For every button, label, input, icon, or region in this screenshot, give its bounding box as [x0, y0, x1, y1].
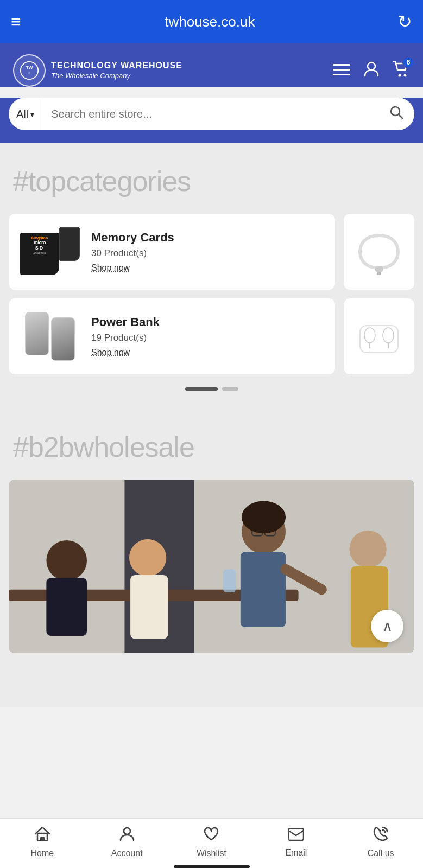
svg-text:®: ® — [28, 72, 30, 75]
power-bank-name: Power Bank — [91, 315, 326, 329]
logo-area[interactable]: TW ® TECHNOLOGY WAREHOUSE The Wholesale … — [13, 54, 182, 87]
browser-url: twhouse.co.uk — [165, 14, 255, 30]
power-bank-info: Power Bank 19 Product(s) Shop now — [91, 315, 326, 358]
search-button[interactable] — [378, 105, 414, 123]
svg-rect-5 — [333, 74, 350, 75]
category-column-right-partial — [344, 214, 414, 374]
svg-rect-11 — [375, 266, 383, 272]
b2b-heading: #b2bwholesale — [0, 420, 423, 480]
top-categories-heading: #topcategories — [0, 143, 423, 214]
svg-rect-26 — [241, 552, 286, 627]
scroll-to-top-button[interactable]: ∧ — [371, 610, 403, 642]
svg-point-16 — [383, 328, 394, 343]
power-bank-image — [17, 309, 83, 363]
store-header: TW ® TECHNOLOGY WAREHOUSE The Wholesale … — [0, 43, 423, 87]
svg-point-0 — [21, 62, 38, 79]
svg-rect-22 — [46, 578, 87, 636]
svg-text:TW: TW — [26, 65, 33, 70]
svg-point-8 — [404, 74, 407, 76]
browser-refresh-icon[interactable]: ↻ — [397, 11, 412, 32]
svg-rect-3 — [333, 64, 350, 66]
partial-card-earbuds[interactable] — [344, 298, 414, 374]
scroll-indicator — [0, 374, 423, 404]
partial-card-cable[interactable] — [344, 214, 414, 290]
b2b-image-wrapper: ∧ — [0, 480, 423, 653]
scroll-dot-1 — [185, 387, 218, 391]
svg-rect-24 — [130, 575, 168, 639]
browser-bar: ≡ twhouse.co.uk ↻ — [0, 0, 423, 43]
menu-icon[interactable] — [333, 61, 350, 80]
memory-cards-shop-link[interactable]: Shop now — [91, 263, 326, 273]
memory-cards-count: 30 Product(s) — [91, 248, 326, 259]
svg-point-23 — [129, 539, 166, 576]
cart-icon[interactable]: 6 — [393, 61, 410, 81]
scroll-dot-2 — [222, 387, 238, 391]
category-column-left: Kingston micro SD ADAPTER Memory Cards 3… — [9, 214, 335, 374]
search-filter-dropdown[interactable]: All ▾ — [9, 98, 42, 130]
svg-rect-4 — [333, 69, 350, 71]
search-bar: All ▾ — [9, 98, 414, 130]
b2b-section: #b2bwholesale — [0, 404, 423, 653]
memory-card-image: Kingston micro SD ADAPTER — [17, 225, 83, 279]
power-bank-count: 19 Product(s) — [91, 333, 326, 343]
logo-text: TECHNOLOGY WAREHOUSE The Wholesale Compa… — [51, 60, 182, 81]
svg-line-10 — [399, 114, 403, 119]
b2b-image — [9, 480, 414, 653]
search-filter-label: All — [16, 108, 28, 120]
cart-badge: 6 — [402, 56, 414, 68]
svg-point-30 — [242, 501, 286, 533]
svg-point-6 — [368, 62, 375, 70]
main-content: #topcategories Kingston micro SD ADAPTER — [0, 143, 423, 707]
memory-cards-name: Memory Cards — [91, 231, 326, 245]
chevron-down-icon: ▾ — [30, 110, 34, 119]
svg-point-7 — [399, 74, 401, 76]
search-bar-wrapper: All ▾ — [0, 98, 423, 143]
b2b-card[interactable]: ∧ — [9, 480, 414, 653]
category-grid: Kingston micro SD ADAPTER Memory Cards 3… — [0, 214, 423, 374]
svg-rect-34 — [223, 569, 236, 592]
memory-cards-info: Memory Cards 30 Product(s) Shop now — [91, 231, 326, 273]
svg-point-14 — [364, 328, 375, 343]
browser-menu-icon[interactable]: ≡ — [11, 13, 22, 30]
svg-point-32 — [349, 531, 386, 567]
svg-point-21 — [46, 540, 87, 581]
user-icon[interactable] — [363, 61, 380, 81]
svg-rect-12 — [377, 272, 381, 275]
category-card-memory-cards[interactable]: Kingston micro SD ADAPTER Memory Cards 3… — [9, 214, 335, 290]
cable-image — [352, 227, 406, 276]
category-card-power-bank[interactable]: Power Bank 19 Product(s) Shop now — [9, 298, 335, 374]
earbuds-image — [352, 312, 406, 361]
search-input[interactable] — [42, 108, 378, 120]
power-bank-shop-link[interactable]: Shop now — [91, 348, 326, 358]
logo-icon: TW ® — [13, 54, 46, 87]
chevron-up-icon: ∧ — [382, 619, 393, 633]
